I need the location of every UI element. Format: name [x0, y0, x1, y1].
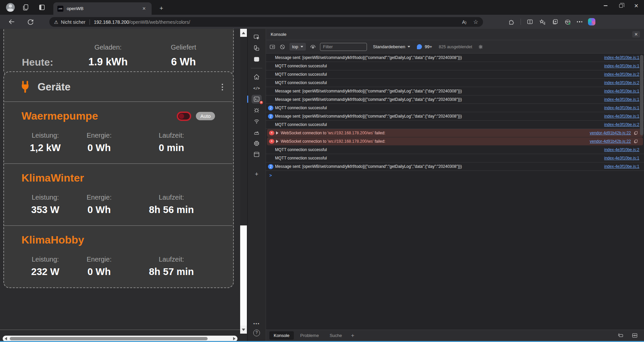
console-row[interactable]: MQTT connection successful index-4e3f10b… [266, 154, 644, 162]
devtools-scrollbar-thumb[interactable] [640, 55, 643, 135]
clear-console-icon[interactable] [279, 44, 285, 50]
source-link[interactable]: index-4e3f10be.js:2 [597, 72, 639, 77]
welcome-icon[interactable] [252, 55, 262, 64]
console-row[interactable]: ✕ WebSocket connection to 'ws://192.168.… [267, 129, 643, 137]
console-sidebar-icon[interactable] [269, 44, 275, 50]
drawer-add-tab-icon[interactable]: + [351, 332, 355, 339]
window-close-button[interactable]: ✕ [629, 0, 644, 11]
source-link[interactable]: index-4e3f10be.js:2 [597, 80, 639, 85]
expander-icon[interactable] [276, 131, 278, 135]
page-vertical-scrollbar[interactable] [240, 29, 247, 334]
performance-icon[interactable] [252, 128, 262, 137]
console-filter-input[interactable] [320, 43, 367, 51]
split-screen-icon[interactable] [527, 18, 533, 25]
home-icon[interactable] [252, 73, 262, 81]
device-emulation-icon[interactable] [252, 44, 262, 53]
console-prompt-row[interactable]: > [266, 171, 644, 180]
expand-drawer-icon[interactable] [632, 332, 638, 339]
help-icon[interactable]: ? [253, 330, 260, 336]
console-row[interactable]: 2 MQTT connection successful index-4e3f1… [266, 104, 644, 112]
new-tab-button[interactable]: + [157, 4, 166, 13]
scroll-up-button[interactable] [240, 29, 247, 37]
inspect-icon[interactable] [252, 33, 262, 42]
url-path[interactable]: /openWB/web/themes/colors/ [129, 19, 190, 25]
copilot-icon[interactable] [588, 18, 595, 25]
delivered-label: Geliefert [145, 44, 222, 51]
network-icon[interactable] [252, 117, 262, 126]
device-posture-icon[interactable] [617, 332, 624, 339]
close-tab-icon[interactable]: ✕ [141, 5, 148, 12]
source-link[interactable]: index-4e3f10be.js:2 [597, 147, 639, 152]
read-aloud-icon[interactable]: A) [462, 19, 467, 25]
collections-icon[interactable] [552, 18, 558, 25]
source-link[interactable]: index-4e3f10be.js:1 [597, 156, 639, 160]
console-row[interactable]: Message sent: [openWB/set/command/ylkfrf… [266, 95, 644, 104]
sources-icon[interactable]: </> [252, 84, 262, 92]
device-toggle[interactable] [177, 112, 191, 121]
auto-badge[interactable]: Auto [196, 112, 215, 120]
more-tools-icon[interactable]: ••• [253, 321, 260, 326]
expander-icon[interactable] [276, 140, 278, 143]
console-row[interactable]: MQTT connection successful index-4e3f10b… [266, 79, 644, 87]
console-row[interactable]: ✕ WebSocket connection to 'ws://192.168.… [267, 137, 643, 146]
console-row[interactable]: MQTT connection successful index-4e3f10b… [266, 62, 644, 70]
source-link[interactable]: index-4e3f10be.js:1 [597, 89, 639, 93]
source-link[interactable]: vendor-4d91b42b.js:22 [583, 131, 631, 135]
source-link[interactable]: index-4e3f10be.js:1 [597, 64, 639, 68]
workspaces-icon[interactable] [22, 4, 30, 11]
browser-essentials-icon[interactable] [564, 18, 571, 25]
url-host[interactable]: 192.168.178.200 [94, 19, 129, 25]
console-row[interactable]: Message sent: [openWB/set/command/ylkfrf… [266, 87, 644, 95]
messages-bubble-icon[interactable] [417, 44, 422, 49]
address-bar[interactable]: ⚠ Nicht sicher 192.168.178.200/openWB/we… [49, 17, 483, 27]
source-link[interactable]: index-4e3f10be.js:2 [597, 122, 639, 127]
console-row[interactable]: Message sent: [openWB/set/command/ylkfrf… [266, 54, 644, 62]
copy-stack-icon[interactable] [634, 139, 638, 144]
browser-tab-openwb[interactable]: oWB openWB ✕ [53, 2, 152, 15]
source-link[interactable]: index-4e3f10be.js:1 [597, 106, 639, 110]
horizontal-scrollbar-thumb[interactable] [10, 337, 208, 340]
devtools-close-icon[interactable]: ✕ [632, 31, 640, 38]
window-maximize-button[interactable] [613, 0, 629, 11]
page-horizontal-scrollbar[interactable] [3, 336, 237, 341]
copy-stack-icon[interactable] [634, 131, 638, 135]
console-log-area[interactable]: Message sent: [openWB/set/command/ylkfrf… [266, 54, 644, 330]
drawer-tab[interactable]: Suche [325, 331, 346, 340]
console-row[interactable]: MQTT connection successful index-4e3f10b… [266, 121, 644, 129]
live-expression-icon[interactable] [310, 44, 316, 50]
console-icon[interactable]: ✕ [252, 95, 262, 104]
favorite-star-icon[interactable]: ☆ [473, 18, 478, 25]
scroll-down-button[interactable] [240, 326, 247, 334]
source-link[interactable]: index-4e3f10be.js:1 [597, 114, 639, 119]
settings-gear-icon[interactable] [478, 44, 484, 50]
source-link[interactable]: vendor-4d91b42b.js:22 [583, 139, 631, 144]
scroll-right-icon[interactable] [233, 337, 235, 340]
source-link[interactable]: index-4e3f10be.js:1 [597, 164, 639, 169]
extensions-icon[interactable] [508, 18, 515, 25]
debugger-icon[interactable] [252, 106, 262, 115]
source-link[interactable]: index-4e3f10be.js:1 [597, 97, 639, 102]
security-label[interactable]: Nicht sicher [61, 19, 86, 25]
drawer-tab[interactable]: Konsole [269, 331, 294, 340]
back-icon[interactable] [8, 18, 15, 25]
vertical-scrollbar-thumb[interactable] [240, 225, 247, 326]
window-minimize-button[interactable] [598, 0, 613, 11]
profile-avatar[interactable] [6, 3, 15, 12]
console-row[interactable]: MQTT connection successful index-4e3f10b… [266, 146, 644, 154]
kebab-menu-icon[interactable] [219, 81, 226, 93]
memory-icon[interactable] [252, 139, 262, 148]
application-icon[interactable] [252, 150, 262, 159]
console-row[interactable]: MQTT connection successful index-4e3f10b… [266, 70, 644, 79]
drawer-tab[interactable]: Probleme [296, 331, 323, 340]
console-row[interactable]: 2 Message sent: [openWB/set/command/ylkf… [266, 112, 644, 121]
more-menu-icon[interactable] [577, 21, 583, 22]
refresh-icon[interactable] [27, 18, 34, 25]
context-selector[interactable]: top [289, 43, 306, 51]
tab-actions-icon[interactable] [38, 4, 46, 11]
add-tools-icon[interactable]: + [252, 170, 262, 179]
favorites-bar-icon[interactable] [539, 18, 546, 25]
source-link[interactable]: index-4e3f10be.js:1 [597, 55, 639, 60]
console-row[interactable]: 2 Message sent: [openWB/set/command/ylkf… [266, 162, 644, 171]
scroll-left-icon[interactable] [5, 337, 7, 340]
log-levels-dropdown[interactable]: Standardebenen [373, 44, 410, 49]
